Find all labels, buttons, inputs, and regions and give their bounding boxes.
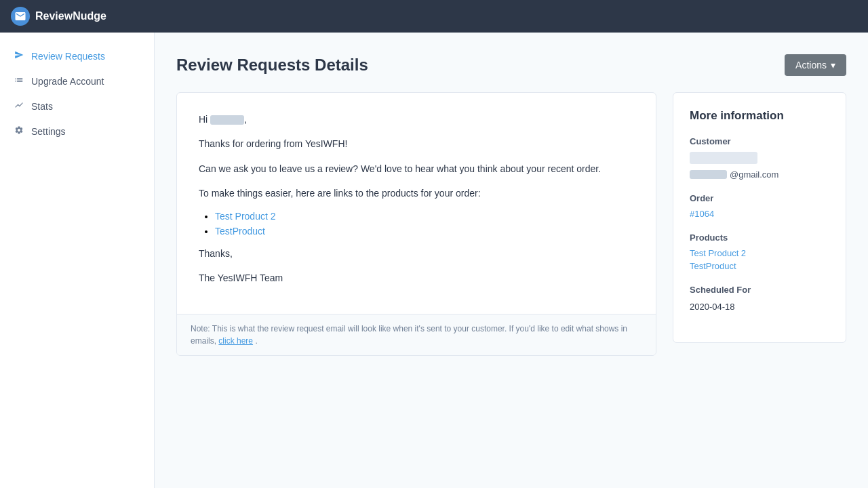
page-header: Review Requests Details Actions ▾: [176, 54, 846, 76]
customer-section: Customer @gmail.com: [690, 136, 829, 180]
sidebar-item-stats[interactable]: Stats: [0, 94, 154, 119]
customer-name-redacted: [210, 115, 244, 125]
products-section: Products Test Product 2 TestProduct: [690, 232, 829, 271]
sidebar-label-upgrade-account: Upgrade Account: [31, 76, 104, 87]
order-label: Order: [690, 193, 829, 203]
sidebar-item-settings[interactable]: Settings: [0, 119, 154, 144]
email-ask-line: Can we ask you to leave us a review? We'…: [199, 161, 634, 176]
sidebar-label-review-requests: Review Requests: [31, 51, 105, 62]
email-body: Hi , Thanks for ordering from YesIWFH! C…: [177, 93, 656, 314]
logo-icon: [11, 7, 30, 26]
customer-name-redacted: [690, 152, 757, 164]
page-title: Review Requests Details: [176, 56, 368, 75]
products-label: Products: [690, 232, 829, 243]
info-panel-title: More information: [690, 109, 829, 123]
order-section: Order #1064: [690, 193, 829, 219]
info-product-link-2[interactable]: TestProduct: [690, 261, 829, 271]
email-thanks-line: Thanks for ordering from YesIWFH!: [199, 136, 634, 151]
main-content: Review Requests Details Actions ▾ Hi , T…: [155, 33, 868, 488]
note-end: .: [255, 336, 257, 346]
info-product-link-1[interactable]: Test Product 2: [690, 248, 829, 258]
sidebar: Review Requests Upgrade Account Stats: [0, 33, 155, 488]
actions-caret: ▾: [831, 60, 835, 70]
stats-icon: [14, 100, 24, 112]
customer-email-suffix: @gmail.com: [730, 169, 778, 180]
layout: Review Requests Upgrade Account Stats: [0, 33, 868, 488]
actions-label: Actions: [795, 60, 827, 70]
customer-email-redacted: [690, 170, 727, 179]
scheduled-date: 2020-04-18: [690, 302, 735, 312]
list-item: TestProduct: [215, 226, 634, 237]
customer-label: Customer: [690, 136, 829, 146]
upgrade-icon: [14, 75, 24, 87]
email-greeting: Hi ,: [199, 112, 634, 127]
actions-button[interactable]: Actions ▾: [785, 54, 846, 76]
sidebar-label-stats: Stats: [31, 101, 53, 112]
brand-name: ReviewNudge: [35, 10, 106, 22]
list-item: Test Product 2: [215, 211, 634, 222]
order-number-link[interactable]: #1064: [690, 209, 829, 219]
settings-icon: [14, 125, 24, 137]
brand: ReviewNudge: [11, 7, 106, 26]
email-product-list: Test Product 2 TestProduct: [215, 211, 634, 237]
customer-email: @gmail.com: [690, 169, 829, 180]
navbar: ReviewNudge: [0, 0, 868, 33]
note-bar: Note: This is what the review request em…: [177, 314, 656, 355]
click-here-link[interactable]: click here: [218, 336, 253, 346]
email-links-intro: To make things easier, here are links to…: [199, 186, 634, 201]
email-signoff: Thanks,: [199, 246, 634, 261]
scheduled-label: Scheduled For: [690, 285, 829, 295]
scheduled-section: Scheduled For 2020-04-18: [690, 285, 829, 312]
email-product-link-2[interactable]: TestProduct: [215, 226, 265, 237]
email-product-link-1[interactable]: Test Product 2: [215, 211, 276, 222]
sidebar-item-review-requests[interactable]: Review Requests: [0, 43, 154, 68]
content-grid: Hi , Thanks for ordering from YesIWFH! C…: [176, 92, 846, 356]
send-icon: [14, 50, 24, 62]
info-panel: More information Customer @gmail.com Ord…: [673, 92, 846, 343]
sidebar-item-upgrade-account[interactable]: Upgrade Account: [0, 68, 154, 94]
email-preview-card: Hi , Thanks for ordering from YesIWFH! C…: [176, 92, 656, 356]
email-team-name: The YesIWFH Team: [199, 270, 634, 285]
sidebar-label-settings: Settings: [31, 126, 66, 137]
